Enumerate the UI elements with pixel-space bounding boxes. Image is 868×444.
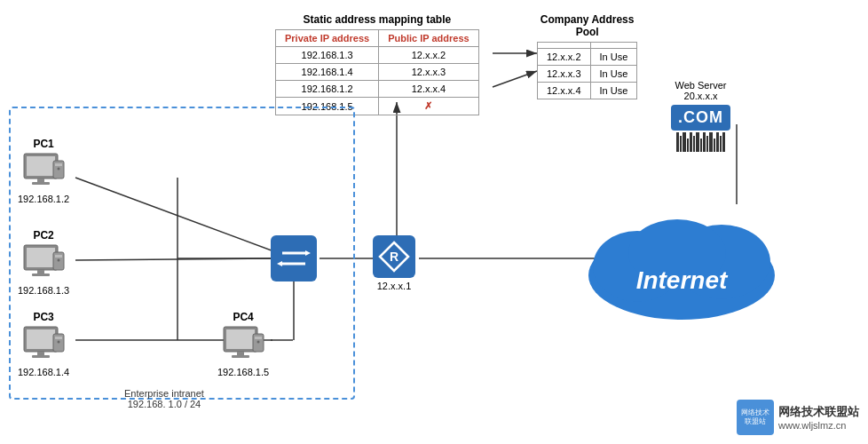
watermark: 网络技术 联盟站 网络技术联盟站 www.wljslmz.cn <box>737 400 859 435</box>
com-badge: .COM <box>671 105 730 131</box>
pc1-label: PC1 <box>33 138 53 150</box>
pc3-label: PC3 <box>33 311 53 323</box>
static-mapping-table: Static address mapping table Private IP … <box>275 13 479 115</box>
router-symbol: R <box>378 241 410 273</box>
svg-point-22 <box>57 168 59 170</box>
svg-rect-38 <box>226 329 255 349</box>
diagram-container: Static address mapping table Private IP … <box>0 0 868 444</box>
svg-marker-47 <box>277 261 282 266</box>
static-table-header-private: Private IP address <box>276 30 379 47</box>
company-address-table: Company Address Pool 12.x.x.2 In Use 12.… <box>537 13 637 99</box>
watermark-badge: 网络技术 联盟站 <box>737 400 774 435</box>
svg-point-43 <box>256 341 259 344</box>
nat-switch-icon <box>271 235 317 281</box>
svg-rect-19 <box>32 182 50 185</box>
svg-rect-21 <box>55 163 62 166</box>
pc4-image <box>219 325 268 365</box>
static-table-caption: Static address mapping table <box>275 13 479 26</box>
pc1-image <box>20 152 68 192</box>
pc2-icon: PC2 192.168.1.3 <box>18 229 69 296</box>
svg-rect-40 <box>232 355 249 358</box>
static-table-header-public: Public IP address <box>379 30 479 47</box>
table-row: 12.x.x.3 In Use <box>538 66 637 83</box>
svg-rect-35 <box>55 337 62 339</box>
svg-rect-42 <box>255 337 262 339</box>
pc4-label: PC4 <box>233 311 253 323</box>
table-row: 192.168.1.3 12.x.x.2 <box>276 47 479 64</box>
web-server-ip: 20.x.x.x <box>684 91 718 101</box>
pc2-label: PC2 <box>33 229 53 242</box>
svg-rect-17 <box>27 156 55 176</box>
pc3-icon: PC3 192.168.1.4 <box>18 311 69 377</box>
internet-cloud: Internet <box>584 195 779 322</box>
pc2-ip: 192.168.1.3 <box>18 285 69 296</box>
pc3-image <box>20 325 68 365</box>
pc1-ip: 192.168.1.2 <box>18 194 69 204</box>
router-ip-label: 12.x.x.1 <box>377 281 412 291</box>
web-server-label: Web Server <box>675 80 727 91</box>
watermark-main-text: 网络技术联盟站 <box>778 404 859 420</box>
svg-rect-31 <box>27 329 55 349</box>
enterprise-label: Enterprise intranet 192.168. 1.0 / 24 <box>124 388 204 409</box>
table-row: 12.x.x.4 In Use <box>538 83 637 99</box>
watermark-url: www.wljslmz.cn <box>778 420 859 431</box>
pc4-ip: 192.168.1.5 <box>217 367 269 377</box>
svg-point-36 <box>57 341 59 344</box>
nat-arrows-icon <box>277 242 311 275</box>
company-table-caption: Company Address Pool <box>537 13 637 38</box>
web-server-icon: Web Server 20.x.x.x .COM <box>671 80 730 152</box>
cloud-shape: Internet <box>584 195 779 320</box>
svg-marker-45 <box>305 250 311 256</box>
svg-point-29 <box>57 259 59 262</box>
table-row: 12.x.x.2 In Use <box>538 49 637 66</box>
svg-line-14 <box>493 71 537 87</box>
svg-rect-33 <box>32 355 50 358</box>
pc3-ip: 192.168.1.4 <box>18 367 69 377</box>
barcode-decoration <box>676 132 725 152</box>
pc1-icon: PC1 192.168.1.2 <box>18 138 69 204</box>
svg-rect-28 <box>55 255 62 258</box>
pc4-icon: PC4 192.168.1.5 <box>217 311 269 377</box>
table-row: 192.168.1.4 12.x.x.3 <box>276 64 479 81</box>
table-row: 192.168.1.2 12.x.x.4 <box>276 81 479 98</box>
svg-text:Internet: Internet <box>636 266 729 294</box>
pc2-image <box>20 243 68 283</box>
svg-text:R: R <box>390 250 398 264</box>
router-icon: R 12.x.x.1 <box>373 235 415 291</box>
svg-rect-24 <box>27 248 55 267</box>
svg-rect-26 <box>32 274 50 276</box>
